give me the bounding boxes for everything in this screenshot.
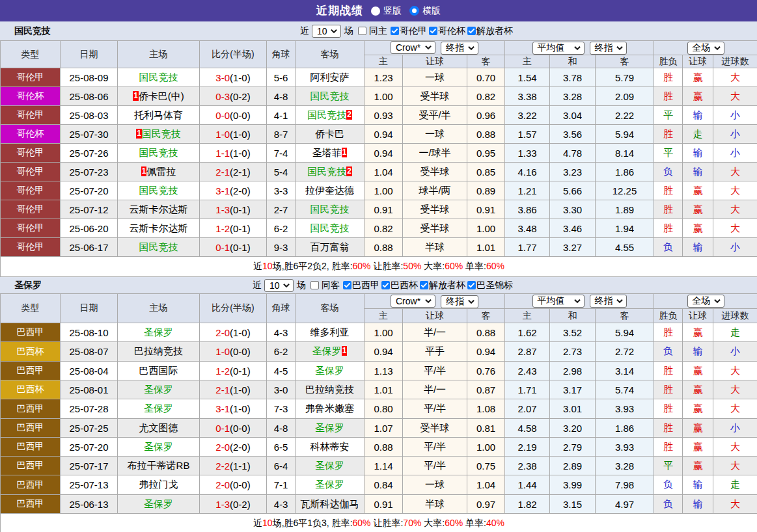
full-time-score: 2-0 [215, 479, 230, 490]
chevron-down-icon [468, 300, 475, 304]
odds-source-select[interactable]: Crow* [391, 295, 435, 308]
corner-count: 5-4 [267, 163, 296, 181]
league-checkbox[interactable] [391, 27, 399, 35]
away-team: 巴拉纳竞技 [296, 380, 365, 399]
half-time-score: (2-1) [230, 166, 251, 178]
avg-home-odds: 1.54 [505, 68, 550, 87]
avg-source-select-value: 平均值 [538, 295, 565, 307]
scope-select[interactable]: 全场 [687, 295, 724, 308]
result-outcome: 胜 [654, 200, 683, 219]
chevron-down-icon [616, 46, 623, 50]
chevron-down-icon [425, 299, 432, 303]
away-team: 弗鲁米嫩塞 [296, 399, 365, 419]
league-filter-label: 哥伦甲 [400, 25, 427, 37]
league-checkbox[interactable] [381, 281, 390, 289]
recent-count-select[interactable]: 10 [312, 25, 341, 38]
same-venue-filter[interactable]: 同主 [358, 25, 389, 37]
corner-count: 3-0 [267, 380, 296, 399]
match-score: 0-1(0-0) [200, 419, 267, 438]
odds-source-select[interactable]: Crow* [391, 41, 435, 54]
league-filter-4[interactable]: 巴圣锦标 [467, 280, 513, 291]
column-header: 日期 [61, 41, 118, 68]
home-team-name: 圣保罗 [144, 326, 173, 338]
summary-value: 60% [445, 261, 463, 271]
column-header: 主场 [118, 41, 200, 68]
avg-time-select[interactable]: 终指 [590, 42, 627, 55]
avg-away-odds: 12.25 [596, 181, 654, 200]
odds-time-select[interactable]: 终指 [441, 42, 478, 55]
match-date: 25-06-20 [61, 219, 118, 238]
result-outcome: 负 [654, 475, 683, 495]
handicap-away-odds: 0.91 [467, 200, 505, 219]
match-type: 哥伦甲 [1, 219, 61, 238]
match-type: 巴西甲 [1, 362, 61, 380]
avg-source-select[interactable]: 平均值 [532, 295, 585, 308]
league-filter-label: 解放者杯 [429, 280, 465, 291]
radio-checked-icon[interactable] [409, 6, 419, 16]
handicap-away-odds: 0.82 [467, 87, 505, 106]
recent-count-select[interactable]: 10 [264, 279, 294, 292]
check-icon [430, 28, 437, 34]
handicap-line: 受半球 [403, 87, 467, 106]
same-venue-label: 同客 [322, 280, 340, 291]
handicap-away-odds: 0.85 [467, 163, 505, 181]
corner-count: 8-7 [267, 125, 296, 144]
avg-time-select[interactable]: 终指 [590, 295, 627, 308]
page-title: 近期战绩 [316, 3, 363, 18]
league-checkbox[interactable] [429, 27, 437, 35]
sub-column-header: 客 [596, 55, 654, 68]
full-time-score: 1-0 [215, 129, 230, 140]
avg-source-select[interactable]: 平均值 [532, 42, 585, 55]
layout-radio-2[interactable]: 横版 [409, 5, 441, 17]
same-venue-filter[interactable]: 同客 [310, 280, 341, 291]
away-team-name: 圣保罗 [315, 479, 344, 490]
chevron-down-icon [616, 299, 623, 303]
summary-value: 10 [262, 261, 273, 271]
league-filter-2[interactable]: 巴西杯 [381, 280, 418, 291]
summary-row: 近10场,胜6平2负2, 胜率:60% 让胜率:50% 大率:60% 单率:60… [1, 257, 757, 277]
result-handicap: 赢 [683, 68, 713, 87]
avg-draw-odds: 3.27 [550, 238, 596, 257]
match-type: 哥伦杯 [1, 87, 61, 106]
scope-select[interactable]: 全场 [687, 42, 724, 55]
league-checkbox[interactable] [343, 281, 351, 289]
league-checkbox[interactable] [467, 281, 476, 289]
half-time-score: (0-2) [230, 91, 251, 102]
league-checkbox[interactable] [467, 27, 476, 35]
page-header: 近期战绩 竖版横版 [0, 0, 757, 21]
full-time-score: 3-1 [215, 403, 230, 414]
avg-time-select-value: 终指 [595, 295, 613, 307]
result-outcome: 负 [654, 342, 683, 362]
half-time-score: (0-0) [230, 479, 251, 490]
league-filter-3[interactable]: 解放者杯 [467, 25, 513, 37]
same-venue-checkbox[interactable] [358, 27, 366, 35]
match-type: 哥伦甲 [1, 238, 61, 257]
league-checkbox[interactable] [420, 281, 428, 289]
result-goals: 大 [713, 399, 757, 419]
league-filter-1[interactable]: 巴西甲 [343, 280, 379, 291]
layout-radio-1[interactable]: 竖版 [371, 5, 402, 17]
league-filter-2[interactable]: 哥伦杯 [429, 25, 465, 37]
radio-unchecked-icon[interactable] [371, 7, 380, 16]
half-time-score: (2-0) [230, 185, 251, 196]
same-venue-checkbox[interactable] [310, 281, 319, 289]
odds-time-select[interactable]: 终指 [441, 295, 478, 308]
recent-count-select-value: 10 [269, 280, 280, 291]
match-date: 25-08-06 [61, 87, 118, 106]
match-row: 巴西杯25-08-01圣保罗2-1(1-0)3-0巴拉纳竞技1.01半/一0.8… [1, 380, 757, 399]
avg-home-odds: 1.62 [505, 323, 550, 342]
chevron-down-icon [283, 284, 290, 287]
league-filter-1[interactable]: 哥伦甲 [391, 25, 427, 37]
result-handicap: 输 [683, 238, 713, 257]
summary-text: 场,胜6平2负2, 胜率: [273, 261, 353, 271]
result-goals: 小 [713, 144, 757, 163]
avg-away-odds: 5.94 [596, 125, 654, 144]
avg-draw-odds: 2.89 [550, 457, 596, 475]
handicap-home-odds: 0.93 [365, 106, 403, 125]
match-row: 哥伦甲25-06-17国民竞技0-1(0-1)9-3百万富翁0.88半球1.01… [1, 238, 757, 257]
result-outcome: 胜 [654, 380, 683, 399]
result-outcome: 胜 [654, 399, 683, 419]
handicap-home-odds: 0.88 [365, 238, 403, 257]
handicap-line: 平/半 [403, 362, 467, 380]
league-filter-3[interactable]: 解放者杯 [420, 280, 465, 291]
